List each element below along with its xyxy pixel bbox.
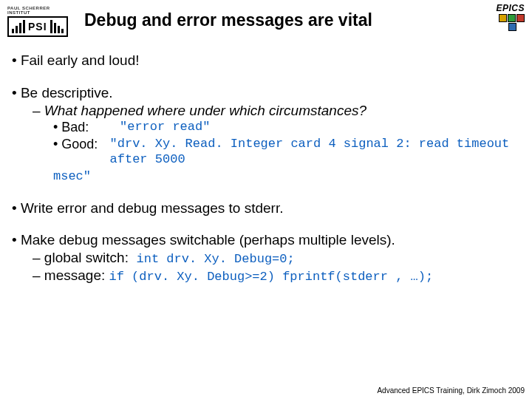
sub-text: message: bbox=[44, 267, 105, 283]
bullet-text: Make debug messages switchable (perhaps … bbox=[21, 232, 395, 248]
good-label: • Good: bbox=[53, 136, 110, 168]
slide-content: • Fail early and loud! • Be descriptive.… bbox=[0, 34, 532, 285]
psi-logo-box: PSI bbox=[7, 16, 68, 37]
bullet-stderr: • Write error and debug messages to stde… bbox=[12, 200, 520, 217]
good-code: "drv. Xy. Read. Integer card 4 signal 2:… bbox=[110, 136, 520, 168]
sub-text: global switch: bbox=[44, 250, 129, 265]
bullet-descriptive: • Be descriptive. bbox=[12, 84, 520, 102]
example-good-row: • Good: "drv. Xy. Read. Integer card 4 s… bbox=[53, 136, 520, 168]
sub-what-happened: – What happened where under which circum… bbox=[33, 102, 520, 120]
bad-code: "error read" bbox=[120, 119, 210, 136]
epics-logo-squares-row2 bbox=[496, 23, 525, 31]
sub-global-switch: – global switch: int drv. Xy. Debug=0; bbox=[33, 249, 520, 267]
epics-logo: EPICS bbox=[496, 3, 525, 31]
bad-label: • Bad: bbox=[53, 119, 120, 136]
example-good-tail: msec" bbox=[53, 167, 520, 184]
bullet-text: Be descriptive. bbox=[21, 85, 113, 100]
good-code-tail: msec" bbox=[53, 169, 91, 183]
psi-institute-text: PAUL SCHERRER INSTITUT bbox=[7, 6, 74, 15]
bullet-switchable: • Make debug messages switchable (perhap… bbox=[12, 231, 520, 249]
global-switch-code: int drv. Xy. Debug=0; bbox=[136, 252, 294, 266]
slide-title: Debug and error messages are vital bbox=[84, 10, 525, 30]
bullet-text: Fail early and loud! bbox=[21, 52, 140, 68]
example-bad-row: • Bad: "error read" bbox=[53, 119, 520, 136]
epics-logo-text: EPICS bbox=[496, 3, 525, 13]
message-code: if (drv. Xy. Debug>=2) fprintf(stderr , … bbox=[109, 270, 434, 284]
epics-logo-squares-row1 bbox=[496, 14, 525, 22]
psi-logo-bars-left bbox=[11, 20, 26, 33]
sub-message: – message: if (drv. Xy. Debug>=2) fprint… bbox=[33, 267, 520, 284]
slide-footer: Advanced EPICS Training, Dirk Zimoch 200… bbox=[377, 386, 525, 395]
bullet-text: Write error and debug messages to stderr… bbox=[21, 200, 284, 216]
psi-logo: PAUL SCHERRER INSTITUT PSI bbox=[7, 6, 74, 31]
psi-logo-text: PSI bbox=[28, 21, 47, 33]
psi-logo-bars-right bbox=[50, 20, 64, 33]
bullet-fail-early: • Fail early and loud! bbox=[12, 52, 520, 69]
slide-header: PAUL SCHERRER INSTITUT PSI Debug and err… bbox=[0, 0, 532, 34]
sub-text: What happened where under which circumst… bbox=[44, 103, 366, 118]
